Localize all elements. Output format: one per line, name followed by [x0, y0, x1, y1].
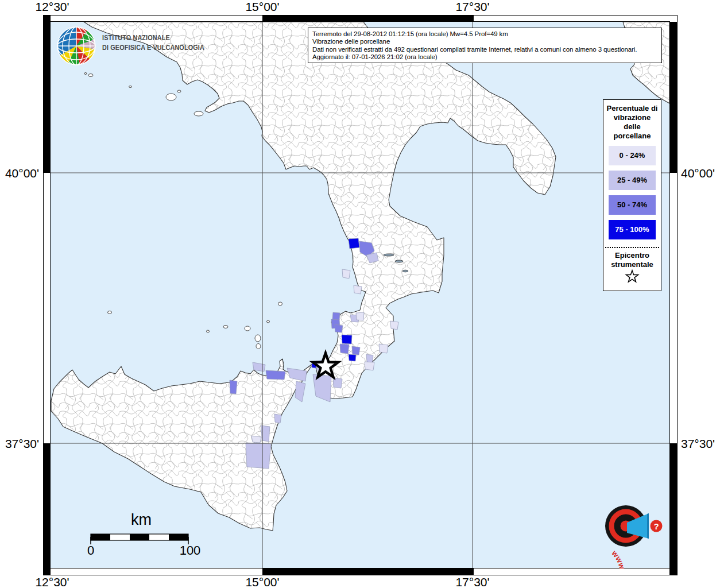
- felt-municipality-class-2: [366, 354, 373, 363]
- event-updated: Aggiornato il: 07-01-2026 21:02 (ora loc…: [312, 53, 657, 61]
- felt-municipality-class-1: [251, 436, 261, 443]
- scalebar-end: 100: [173, 543, 207, 558]
- island: [255, 335, 261, 342]
- frame-corner: [43, 15, 51, 22]
- scalebar-unit: km: [124, 511, 158, 529]
- event-data-note: Dati non verificati estratti da 492 ques…: [312, 46, 657, 53]
- question-mark: ?: [653, 521, 659, 531]
- axis-label-lat: 37°30': [681, 437, 720, 451]
- felt-municipality-class-2: [333, 378, 342, 388]
- island: [108, 311, 112, 314]
- island: [88, 74, 93, 77]
- legend-title: Percentuale di vibrazione delle porcella…: [605, 104, 659, 141]
- island: [267, 320, 270, 323]
- brand-circular-text: www.haisentitoilterremoto.it: [589, 548, 627, 568]
- lake: [402, 270, 408, 272]
- felt-municipality-class-2: [246, 443, 271, 469]
- felt-municipality-class-3: [266, 370, 285, 380]
- felt-municipality-class-1: [356, 312, 364, 320]
- island: [177, 90, 181, 92]
- axis-label-lat: 40°00': [681, 167, 720, 180]
- felt-municipality-class-1: [379, 344, 388, 353]
- island: [256, 344, 261, 349]
- island: [129, 86, 132, 88]
- frame-segment: [43, 443, 50, 568]
- felt-municipality-class-3: [340, 344, 349, 354]
- frame-segment: [670, 22, 678, 173]
- map-canvas: [51, 22, 669, 568]
- felt-municipality-class-4: [349, 238, 359, 249]
- frame-segment: [670, 443, 678, 568]
- legend-class-25-49: 25 - 49%: [609, 171, 656, 190]
- axis-label-lon: 17°30': [438, 575, 507, 588]
- felt-municipality-class-2: [274, 414, 281, 423]
- island: [84, 73, 87, 75]
- event-question: Vibrazione delle porcellane: [312, 38, 657, 45]
- frame-corner: [43, 568, 51, 575]
- felt-municipality-class-3: [352, 346, 360, 355]
- axis-label-lat: 40°00': [0, 167, 39, 180]
- felt-municipality-class-1: [342, 269, 350, 278]
- felt-municipality-class-3: [230, 380, 237, 394]
- axis-label-lon: 15°00': [228, 0, 297, 14]
- frame-segment: [43, 22, 50, 173]
- legend-star-icon: [625, 269, 640, 283]
- island: [166, 94, 176, 100]
- haisentitoilterremoto-logo: ? www.haisentitoilterremoto.it: [589, 488, 669, 568]
- island: [223, 326, 228, 328]
- lake: [395, 260, 403, 262]
- frame-segment: [262, 568, 474, 575]
- frame-corner: [669, 568, 678, 575]
- axis-label-lon: 12°30': [18, 575, 87, 588]
- island: [278, 302, 282, 305]
- axis-label-lon: 12°30': [18, 0, 87, 14]
- event-title: Terremoto del 29-08-2012 01:12:15 (ora l…: [312, 30, 657, 38]
- lake: [384, 254, 394, 256]
- scalebar-start: 0: [79, 543, 102, 558]
- felt-municipality-class-4: [342, 335, 352, 344]
- ingv-globe-icon: [56, 26, 96, 66]
- axis-label-lon: 15°00': [228, 575, 297, 588]
- axis-label-lon: 17°30': [438, 0, 507, 14]
- ingv-logo: ISTITUTO NAZIONALE DI GEOFISICA E VULCAN…: [56, 26, 230, 66]
- felt-municipality-class-4: [349, 354, 356, 361]
- event-info-box: Terremoto del 29-08-2012 01:12:15 (ora l…: [308, 28, 662, 63]
- legend-divider: [605, 247, 659, 248]
- island: [194, 111, 203, 116]
- felt-municipality-class-3: [332, 312, 340, 320]
- legend-class-50-74: 50 - 74%: [609, 195, 656, 215]
- felt-municipality-class-1: [365, 362, 374, 370]
- island: [207, 330, 210, 332]
- felt-municipality-class-1: [354, 285, 362, 294]
- axis-label-lat: 37°30': [0, 437, 39, 451]
- legend-class-75-100: 75 - 100%: [609, 220, 656, 239]
- felt-municipality-class-3: [335, 324, 343, 332]
- legend-class-0-24: 0 - 24%: [609, 146, 656, 165]
- island: [245, 326, 250, 331]
- legend-epicenter-label: Epicentro strumentale: [605, 251, 660, 269]
- megaphone-edge: [647, 513, 649, 539]
- felt-municipality-class-1: [390, 321, 398, 330]
- legend-box: Percentuale di vibrazione delle porcella…: [603, 99, 661, 291]
- ingv-logo-text: ISTITUTO NAZIONALE DI GEOFISICA E VULCAN…: [102, 33, 204, 66]
- frame-segment: [262, 15, 474, 22]
